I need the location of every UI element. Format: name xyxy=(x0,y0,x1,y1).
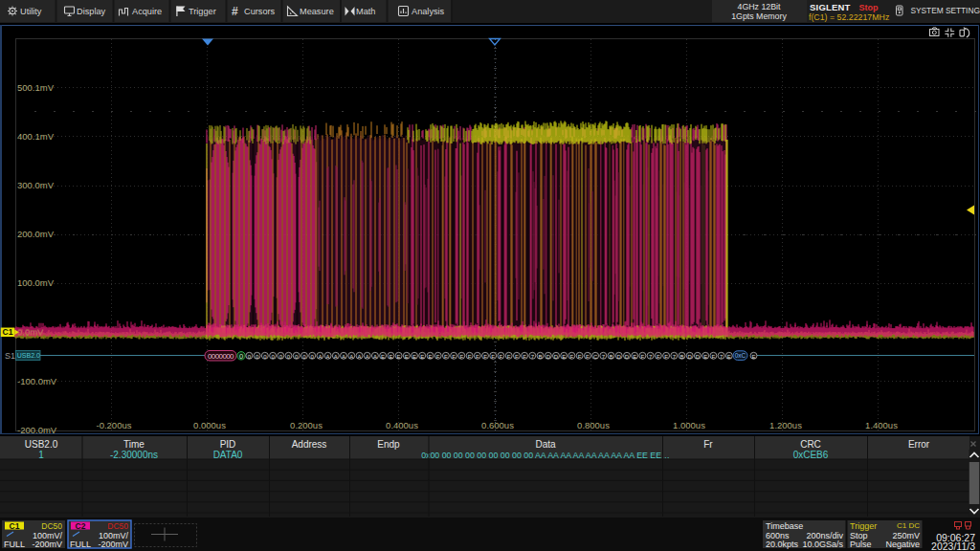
svg-text:500.1mV: 500.1mV xyxy=(17,82,55,93)
svg-text:F: F xyxy=(476,354,479,360)
svg-text:Fr: Fr xyxy=(703,439,713,450)
svg-text:E: E xyxy=(412,354,416,360)
svg-text:F: F xyxy=(570,354,574,360)
svg-text:FULL: FULL xyxy=(4,540,25,549)
svg-text:100.0mV: 100.0mV xyxy=(17,277,55,288)
svg-text:F: F xyxy=(712,354,716,360)
svg-text:Pulse: Pulse xyxy=(850,540,872,549)
svg-text:0.400us: 0.400us xyxy=(386,420,418,430)
svg-text:1.000us: 1.000us xyxy=(673,420,705,430)
svg-text:FULL: FULL xyxy=(70,540,91,549)
svg-text:C1: C1 xyxy=(3,327,13,337)
svg-text:Endp: Endp xyxy=(377,439,400,450)
svg-text:F: F xyxy=(523,354,526,360)
svg-text:F: F xyxy=(459,354,463,360)
svg-text:0: 0 xyxy=(239,352,243,361)
svg-text:A: A xyxy=(326,354,330,360)
svg-text:D: D xyxy=(688,354,693,360)
svg-text:A: A xyxy=(373,354,377,360)
svg-text:Data: Data xyxy=(535,439,556,450)
svg-text:E: E xyxy=(562,354,566,360)
svg-text:-200mV: -200mV xyxy=(98,540,128,549)
svg-text:0000000: 0000000 xyxy=(208,352,234,361)
svg-text:250mV: 250mV xyxy=(892,531,920,540)
svg-text:2023/11/3: 2023/11/3 xyxy=(931,540,975,551)
svg-text:0x00 00 00 00 00 00 00 00 00 A: 0x00 00 00 00 00 00 00 00 00 AA AA AA AA… xyxy=(421,451,670,460)
svg-text:F: F xyxy=(491,354,495,360)
svg-text:S1: S1 xyxy=(5,351,15,361)
svg-text:USB2.0: USB2.0 xyxy=(17,352,40,359)
svg-text:D: D xyxy=(617,354,622,360)
svg-text:1.400us: 1.400us xyxy=(865,420,898,430)
svg-text:Trigger: Trigger xyxy=(850,521,877,531)
svg-text:0.000us: 0.000us xyxy=(193,420,226,430)
svg-text:Time: Time xyxy=(123,439,145,450)
svg-text:-100.0mV: -100.0mV xyxy=(17,376,57,386)
svg-text:0.600us: 0.600us xyxy=(481,420,514,430)
svg-text:DATA0: DATA0 xyxy=(213,450,243,460)
svg-text:F: F xyxy=(641,354,645,360)
svg-text:E: E xyxy=(703,354,707,360)
svg-text:1.200us: 1.200us xyxy=(769,420,802,430)
svg-text:A: A xyxy=(342,354,345,360)
svg-text:100mV/: 100mV/ xyxy=(33,531,63,540)
svg-text:B: B xyxy=(679,354,683,360)
svg-text:Address: Address xyxy=(292,439,327,450)
svg-text:DC50: DC50 xyxy=(41,521,62,531)
svg-text:-200.0mV: -200.0mV xyxy=(17,425,57,435)
svg-text:C2: C2 xyxy=(76,521,86,531)
svg-text:F: F xyxy=(515,354,519,360)
svg-text:200.0mV: 200.0mV xyxy=(17,229,55,239)
svg-text:0.800us: 0.800us xyxy=(577,420,610,430)
svg-text:200ns/div: 200ns/div xyxy=(806,531,843,540)
svg-text:0.0mV: 0.0mV xyxy=(17,326,44,337)
svg-text:C1: C1 xyxy=(10,521,20,531)
svg-text:A: A xyxy=(366,354,369,360)
svg-text:E: E xyxy=(751,354,755,360)
svg-text:A: A xyxy=(357,354,361,360)
svg-text:0.200us: 0.200us xyxy=(290,420,323,430)
svg-text:F: F xyxy=(657,354,660,360)
svg-text:E: E xyxy=(633,354,636,360)
svg-text:B: B xyxy=(538,354,542,360)
svg-text:1: 1 xyxy=(38,450,44,460)
svg-text:0xCEB6: 0xCEB6 xyxy=(793,450,829,460)
svg-text:F: F xyxy=(483,354,487,360)
svg-text:F: F xyxy=(436,354,440,360)
svg-text:Stop: Stop xyxy=(850,531,868,540)
svg-text:10.0GSa/s: 10.0GSa/s xyxy=(802,540,843,549)
svg-text:100mV/: 100mV/ xyxy=(99,531,129,540)
svg-text:DC50: DC50 xyxy=(107,521,128,531)
svg-text:E: E xyxy=(727,354,731,360)
svg-text:F: F xyxy=(500,354,503,360)
svg-text:A: A xyxy=(349,354,353,360)
svg-text:A: A xyxy=(318,354,322,360)
svg-text:C: C xyxy=(593,354,598,360)
svg-text:400.1mV: 400.1mV xyxy=(17,131,55,142)
svg-text:E: E xyxy=(405,354,409,360)
svg-text:-200mV: -200mV xyxy=(32,540,62,549)
svg-text:600ns: 600ns xyxy=(766,531,790,540)
svg-text:B: B xyxy=(609,354,612,360)
svg-text:E: E xyxy=(381,354,385,360)
svg-text:D: D xyxy=(696,354,701,360)
svg-text:E: E xyxy=(389,354,392,360)
svg-text:F: F xyxy=(444,354,448,360)
svg-text:E: E xyxy=(397,354,401,360)
svg-text:C1 DC: C1 DC xyxy=(897,521,920,530)
svg-text:CRC: CRC xyxy=(800,439,821,450)
svg-text:D: D xyxy=(625,354,630,360)
svg-text:0xC: 0xC xyxy=(735,352,746,359)
svg-text:300.0mV: 300.0mV xyxy=(17,180,55,190)
svg-text:F: F xyxy=(578,354,582,360)
svg-text:20.0kpts: 20.0kpts xyxy=(766,540,799,549)
svg-text:F: F xyxy=(507,354,511,360)
svg-text:Timebase: Timebase xyxy=(766,521,803,531)
svg-text:E: E xyxy=(428,354,432,360)
svg-text:USB2.0: USB2.0 xyxy=(25,439,58,450)
svg-text:F: F xyxy=(468,354,472,360)
svg-text:F: F xyxy=(664,354,668,360)
svg-text:F: F xyxy=(452,354,456,360)
svg-text:PID: PID xyxy=(220,439,236,450)
svg-text:E: E xyxy=(420,354,424,360)
